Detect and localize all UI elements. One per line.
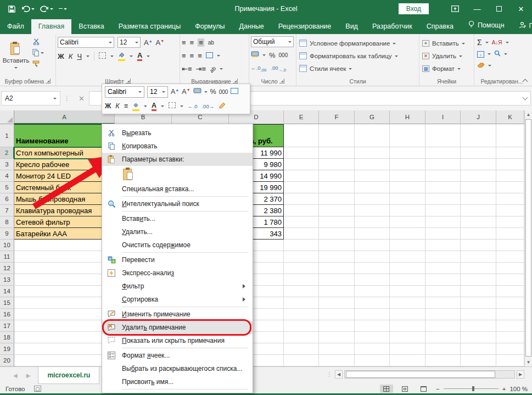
cell-J17[interactable] bbox=[461, 320, 496, 332]
menu-item-paste-option-default[interactable] bbox=[122, 167, 135, 181]
menu-item-delete-cells[interactable]: Удалить... bbox=[102, 225, 253, 238]
cell-F1[interactable] bbox=[319, 124, 355, 147]
cell-K13[interactable] bbox=[496, 274, 524, 286]
cell-H14[interactable] bbox=[390, 286, 425, 297]
cell-E14[interactable] bbox=[284, 286, 319, 297]
cell-I8[interactable] bbox=[425, 216, 461, 228]
cell-J15[interactable] bbox=[461, 297, 496, 309]
align-top-button[interactable]: ≡ bbox=[182, 38, 186, 47]
scroll-left-arrow[interactable]: ◀ bbox=[335, 370, 343, 379]
cell-K14[interactable] bbox=[496, 286, 524, 297]
cell-G19[interactable] bbox=[355, 343, 390, 355]
cell-E19[interactable] bbox=[284, 343, 319, 355]
borders-dropdown[interactable] bbox=[110, 55, 114, 59]
font-name-select[interactable]: Calibri bbox=[58, 37, 114, 48]
cell-E18[interactable] bbox=[284, 332, 319, 343]
cell-I12[interactable] bbox=[425, 263, 461, 274]
number-dialog-launcher[interactable] bbox=[279, 79, 284, 84]
cell-A7[interactable]: Клавиатура проводная bbox=[14, 205, 115, 216]
cell-A19[interactable] bbox=[14, 343, 115, 355]
cell-F20[interactable] bbox=[319, 355, 355, 366]
column-header-J[interactable]: J bbox=[461, 110, 496, 124]
row-header-11[interactable]: 11 bbox=[0, 251, 14, 263]
cell-K7[interactable] bbox=[496, 205, 524, 216]
cell-G3[interactable] bbox=[355, 159, 390, 170]
cell-K11[interactable] bbox=[496, 251, 524, 263]
cell-E7[interactable] bbox=[284, 205, 319, 216]
cell-A2[interactable]: Стол компьютерный bbox=[14, 147, 115, 159]
align-center-button[interactable]: ≡ bbox=[190, 52, 194, 60]
cell-H18[interactable] bbox=[390, 332, 425, 343]
cell-G17[interactable] bbox=[355, 320, 390, 332]
row-header-5[interactable]: 5 bbox=[0, 182, 14, 193]
cell-G11[interactable] bbox=[355, 251, 390, 263]
cell-F11[interactable] bbox=[319, 251, 355, 263]
menu-item-smart-lookup[interactable]: iИнтеллектуальный поиск bbox=[102, 197, 253, 210]
cell-A8[interactable]: Сетевой фильтр bbox=[14, 216, 115, 228]
zoom-level[interactable]: 100 % bbox=[509, 386, 528, 392]
cell-I1[interactable] bbox=[425, 124, 461, 147]
cell-H1[interactable] bbox=[390, 124, 425, 147]
cell-H16[interactable] bbox=[390, 309, 425, 320]
menu-item-pick-from-list[interactable]: Выбрать из раскрывающегося списка... bbox=[102, 362, 253, 375]
mini-italic-button[interactable]: К bbox=[115, 102, 119, 110]
cell-K17[interactable] bbox=[496, 320, 524, 332]
cell-F16[interactable] bbox=[319, 309, 355, 320]
cell-F15[interactable] bbox=[319, 297, 355, 309]
menu-item-sort[interactable]: Сортировка bbox=[102, 293, 253, 306]
cell-G8[interactable] bbox=[355, 216, 390, 228]
decrease-indent-button[interactable]: ⇤≡ bbox=[182, 65, 192, 73]
cell-G6[interactable] bbox=[355, 193, 390, 205]
cell-A18[interactable] bbox=[14, 332, 115, 343]
sheet-tab-active[interactable]: microexcel.ru bbox=[38, 367, 99, 384]
cell-H13[interactable] bbox=[390, 274, 425, 286]
cell-K4[interactable] bbox=[496, 170, 524, 182]
cell-H20[interactable] bbox=[390, 355, 425, 366]
cell-I19[interactable] bbox=[425, 343, 461, 355]
row-header-6[interactable]: 6 bbox=[0, 193, 14, 205]
cell-G16[interactable] bbox=[355, 309, 390, 320]
menu-item-delete-comment[interactable]: Удалить примечание bbox=[102, 321, 253, 334]
cell-A6[interactable]: Мышь беспроводная bbox=[14, 193, 115, 205]
underline-button[interactable]: Ч bbox=[77, 52, 82, 60]
splitter-dots[interactable]: ⋮ bbox=[327, 371, 332, 377]
cell-I13[interactable] bbox=[425, 274, 461, 286]
cell-G1[interactable] bbox=[355, 124, 390, 147]
align-right-button[interactable]: ≡ bbox=[198, 52, 202, 60]
cell-H3[interactable] bbox=[390, 159, 425, 170]
ribbon-display-options-button[interactable] bbox=[444, 0, 466, 18]
cell-J12[interactable] bbox=[461, 263, 496, 274]
next-sheet-button[interactable]: ▶ bbox=[26, 372, 31, 379]
cell-I11[interactable] bbox=[425, 251, 461, 263]
align-middle-button[interactable]: ≡ bbox=[190, 38, 194, 47]
cell-G13[interactable] bbox=[355, 274, 390, 286]
cell-H19[interactable] bbox=[390, 343, 425, 355]
tab-insert[interactable]: Вставка bbox=[71, 19, 111, 34]
mini-borders-button[interactable] bbox=[169, 102, 176, 110]
cell-E17[interactable] bbox=[284, 320, 319, 332]
align-left-button[interactable]: ≡ bbox=[182, 52, 186, 60]
mini-center-button[interactable]: ≡ bbox=[124, 102, 128, 110]
row-header-4[interactable]: 4 bbox=[0, 170, 14, 182]
page-break-view-button[interactable] bbox=[417, 385, 430, 393]
cell-E11[interactable] bbox=[284, 251, 319, 263]
accounting-dropdown[interactable] bbox=[262, 54, 266, 58]
cell-A9[interactable]: Батарейки AAA bbox=[14, 228, 115, 240]
cell-J2[interactable] bbox=[461, 147, 496, 159]
font-color-dropdown[interactable] bbox=[147, 55, 150, 59]
cell-I15[interactable] bbox=[425, 297, 461, 309]
cell-H15[interactable] bbox=[390, 297, 425, 309]
cell-H12[interactable] bbox=[390, 263, 425, 274]
mini-decrease-font-button[interactable]: A▼ bbox=[182, 88, 190, 96]
cell-K3[interactable] bbox=[496, 159, 524, 170]
orientation-button[interactable]: ab bbox=[210, 65, 216, 73]
cell-A1[interactable]: Наименование bbox=[14, 124, 115, 147]
menu-item-translate[interactable]: аяПеревести bbox=[102, 253, 253, 266]
cell-A13[interactable] bbox=[14, 274, 115, 286]
vertical-scroll-thumb[interactable] bbox=[525, 119, 531, 357]
font-dialog-launcher[interactable] bbox=[126, 79, 131, 84]
bold-button[interactable]: Ж bbox=[58, 52, 64, 60]
tab-help[interactable]: Справка bbox=[419, 19, 461, 34]
zoom-in-button[interactable]: + bbox=[502, 386, 506, 392]
fill-dropdown[interactable] bbox=[488, 53, 491, 57]
